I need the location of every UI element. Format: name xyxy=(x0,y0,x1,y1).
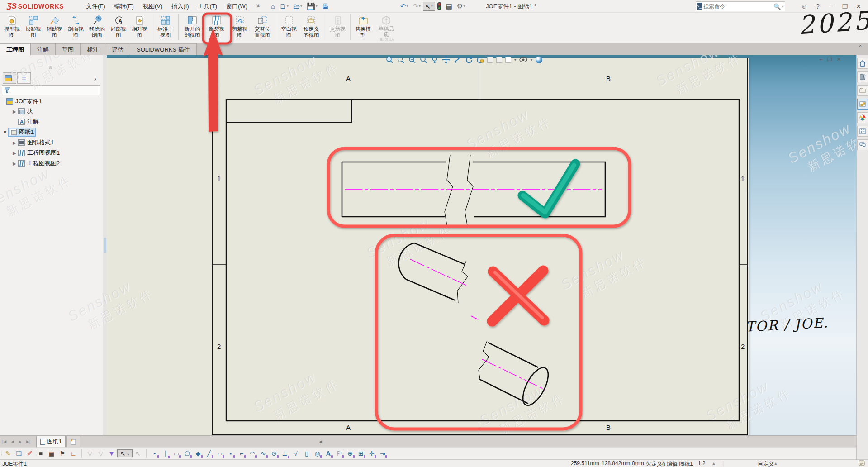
crop-view-button[interactable]: 剪裁视图 xyxy=(229,14,251,42)
small-point-icon[interactable]: ▪ xyxy=(225,450,236,457)
expand-arrow-icon[interactable]: ▶ xyxy=(13,109,18,114)
arc-icon[interactable]: ◠ xyxy=(247,450,258,457)
drawing-sheet-paper[interactable] xyxy=(107,58,749,435)
corner-icon[interactable]: ⌐ xyxy=(236,450,247,457)
circle-icon[interactable]: ⊙ xyxy=(269,450,280,457)
replace-model-button[interactable]: 替换模型 xyxy=(352,14,374,42)
sheet-tab-sheet1[interactable]: 图纸1 xyxy=(36,436,66,447)
check-icon[interactable]: √ xyxy=(290,450,301,457)
filter-gray-icon[interactable]: ▽ xyxy=(85,450,95,457)
solid-icon[interactable]: ◆ xyxy=(193,450,204,457)
tree-filter-box[interactable] xyxy=(2,85,100,95)
graphics-area[interactable] xyxy=(107,55,856,435)
view-palette-icon[interactable] xyxy=(857,99,868,110)
linear-pattern-icon[interactable]: ≡ xyxy=(35,450,46,457)
open-icon[interactable]: 🗁▾ xyxy=(292,1,304,11)
section-view-cube-icon[interactable] xyxy=(487,57,493,63)
custom-properties-icon[interactable] xyxy=(857,126,868,137)
rotate-view-icon[interactable] xyxy=(465,56,473,64)
forum-icon[interactable] xyxy=(857,139,868,150)
zoom-inout-icon[interactable] xyxy=(408,56,416,64)
drawing-view-lock-icon[interactable] xyxy=(476,56,484,64)
menu-tools[interactable]: 工具(T) xyxy=(194,0,222,13)
text-icon[interactable]: A xyxy=(323,450,334,457)
menu-view[interactable]: 视图(V) xyxy=(138,0,167,13)
status-units[interactable]: 自定义 xyxy=(758,460,774,467)
alternate-position-view-button[interactable]: 交替位置视图 xyxy=(251,14,274,42)
expand-arrow-icon[interactable]: ▶ xyxy=(13,151,18,156)
point-icon[interactable]: • xyxy=(149,450,160,457)
relative-view-button[interactable]: 相对视图 xyxy=(129,14,150,42)
home-icon[interactable]: ⌂ xyxy=(270,1,276,11)
balloon-icon[interactable]: ⚑ xyxy=(57,450,68,457)
design-library-icon[interactable] xyxy=(857,71,868,82)
panel-grip-icon[interactable] xyxy=(49,66,52,69)
home-icon[interactable] xyxy=(857,58,868,69)
plane-icon[interactable]: ▱ xyxy=(214,450,225,457)
scale-dropdown-icon[interactable]: ▴ xyxy=(712,460,715,467)
search-input[interactable] xyxy=(703,3,773,10)
tree-item-annotations[interactable]: 注解 xyxy=(18,117,39,126)
selection-traffic-light-icon[interactable] xyxy=(436,1,443,11)
redo-icon[interactable]: ↷▾ xyxy=(411,1,422,11)
axis-icon[interactable]: ⟂ xyxy=(280,450,290,457)
appearances-icon[interactable] xyxy=(857,112,868,123)
doc-minimize-icon[interactable]: – xyxy=(820,56,823,62)
filter-gray2-icon[interactable]: ▽ xyxy=(95,450,106,457)
note-icon[interactable]: ❏ xyxy=(14,450,24,457)
search-dropdown-icon[interactable]: ▾ xyxy=(782,5,784,9)
previous-view-icon[interactable] xyxy=(431,56,439,64)
pin-menu-icon[interactable]: ✈ xyxy=(254,2,262,10)
rotate-3d-icon[interactable] xyxy=(453,56,461,64)
doc-restore-icon[interactable]: ❐ xyxy=(827,56,832,62)
new-document-icon[interactable]: 🗋▾ xyxy=(278,1,290,11)
panel-scrollbar-handle[interactable] xyxy=(104,238,106,253)
predefined-view-button[interactable]: 预定义的视图 xyxy=(299,14,323,42)
slash-icon[interactable]: ╱ xyxy=(204,450,214,457)
datum-icon[interactable]: ∟ xyxy=(68,450,79,457)
prev-sheet-icon[interactable]: ◀ xyxy=(9,439,16,444)
expand-arrow-icon[interactable]: ▶ xyxy=(13,140,18,145)
flyout-expand-icon[interactable]: › xyxy=(94,75,96,82)
doc-close-icon[interactable]: ✕ xyxy=(836,56,841,62)
mate-icon[interactable]: ⊕ xyxy=(345,450,356,457)
collapse-ribbon-icon[interactable]: ⌃ xyxy=(858,44,863,51)
measure-icon[interactable]: ✛ xyxy=(366,450,377,457)
spline-icon[interactable]: ∿ xyxy=(258,450,269,457)
menu-window[interactable]: 窗口(W) xyxy=(222,0,252,13)
marker-icon[interactable]: ✐ xyxy=(24,450,35,457)
search-icon[interactable]: 🔍 xyxy=(773,3,781,10)
view-box-icon[interactable]: ▯ xyxy=(301,450,312,457)
units-dropdown-icon[interactable]: ▴ xyxy=(774,460,777,467)
zoom-area-icon[interactable] xyxy=(397,56,405,64)
save-icon[interactable]: 💾▾ xyxy=(305,1,319,11)
pan-icon[interactable] xyxy=(442,56,450,64)
line-icon[interactable]: ｜ xyxy=(160,449,171,457)
select-cursor-icon[interactable]: ↖ ▾ xyxy=(117,449,133,457)
projected-view-button[interactable]: 投影视图 xyxy=(23,14,44,42)
broken-out-section-button[interactable]: 断开的剖视图 xyxy=(180,14,204,42)
next-sheet-icon[interactable]: ▶ xyxy=(16,439,24,444)
magnify-icon[interactable]: ◎ xyxy=(312,450,323,457)
feature-tree-tab[interactable] xyxy=(3,72,16,84)
rectangle-icon[interactable]: ▭ xyxy=(171,450,182,457)
standard-3-view-button[interactable]: 标准三视图 xyxy=(154,14,176,42)
dropdown-icon[interactable]: ▾ xyxy=(531,58,532,62)
hide-show-items-eye-icon[interactable] xyxy=(519,56,527,64)
filter-purple-icon[interactable]: ▼ xyxy=(106,450,117,457)
detail-view-button[interactable]: A 局部视图 xyxy=(108,14,129,42)
property-manager-tab[interactable]: ☰ xyxy=(17,72,31,84)
tree-item-root[interactable]: JOE零件1 xyxy=(6,97,42,106)
last-sheet-icon[interactable]: ▶| xyxy=(24,439,33,444)
move-icon[interactable]: ⇥ xyxy=(377,450,388,457)
scroll-left-icon[interactable]: ◀ xyxy=(317,439,324,444)
zoom-fit-icon[interactable] xyxy=(385,56,394,64)
tab-dimension[interactable]: 标注 xyxy=(81,43,105,55)
menu-insert[interactable]: 插入(I) xyxy=(167,0,193,13)
tree-item-drawing-view2[interactable]: ▶ 工程图视图2 xyxy=(13,159,60,168)
polygon-icon[interactable]: ⬠ xyxy=(182,450,193,457)
appearance-ball-icon[interactable] xyxy=(536,57,542,63)
select-gray-icon[interactable]: ↖ xyxy=(133,450,143,457)
tree-item-blocks[interactable]: ▶ 块 xyxy=(13,107,33,116)
user-account-icon[interactable]: ☺ xyxy=(797,3,811,10)
